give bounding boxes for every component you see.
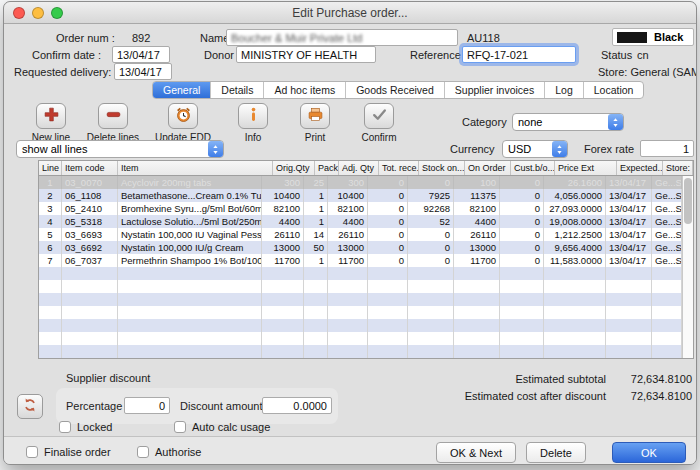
table-cell: 25 [304, 176, 328, 189]
print-button[interactable]: Print [282, 103, 348, 143]
table-row[interactable]: 706_7037Permethrin Shampoo 1% Bot/100ml1… [39, 254, 682, 267]
table-row[interactable]: 206_1108Betamethasone...Cream 0.1% Tube1… [39, 189, 682, 202]
table-row[interactable]: 103_0070Acyclovir 200mg tabs300253000010… [39, 176, 682, 189]
table-cell: 03_0070 [62, 176, 118, 189]
col-expected[interactable]: Expected... [617, 161, 663, 175]
table-cell [500, 306, 544, 319]
table-cell [328, 319, 368, 332]
table-empty-row[interactable] [39, 267, 682, 280]
tab-location[interactable]: Location [584, 82, 644, 98]
info-button[interactable]: Info [220, 103, 286, 143]
tab-general[interactable]: General [153, 82, 211, 98]
table-empty-row[interactable] [39, 293, 682, 306]
delete-lines-button[interactable]: Delete lines [80, 103, 146, 143]
currency-dropdown[interactable]: USD [502, 140, 568, 158]
confirm-date-label: Confirm date : [32, 49, 101, 61]
delete-button[interactable]: Delete [526, 442, 586, 463]
colour-swatch [617, 32, 647, 43]
requested-delivery-input[interactable]: 13/04/17 [114, 63, 172, 80]
col-cust-backorder[interactable]: Cust.b/o... [511, 161, 555, 175]
table-scrollbar[interactable] [682, 176, 693, 358]
scrollbar-thumb[interactable] [684, 178, 692, 224]
name-input[interactable]: Boucher & Muir Private Ltd [226, 29, 458, 46]
table-empty-row[interactable] [39, 280, 682, 293]
colour-dropdown[interactable]: Black [612, 28, 694, 46]
col-tot-received[interactable]: Tot. rece... [379, 161, 419, 175]
table-cell: 13/04/17 [606, 176, 652, 189]
col-item[interactable]: Item [118, 161, 273, 175]
auto-calc-usage-checkbox[interactable]: Auto calc usage [174, 421, 270, 433]
table-cell: 0 [368, 176, 408, 189]
category-label: Category [462, 116, 507, 128]
recalculate-button[interactable] [17, 394, 43, 419]
table-cell [39, 319, 62, 332]
col-stock-on-hand[interactable]: Stock on... [419, 161, 465, 175]
table-cell: 26.1600 [544, 176, 606, 189]
table-cell: 13000 [262, 241, 304, 254]
percentage-input[interactable]: 0 [124, 397, 170, 414]
new-line-button[interactable]: New line [18, 103, 84, 143]
col-item-code[interactable]: Item code [62, 161, 118, 175]
table-cell: 0 [500, 228, 544, 241]
table-cell [544, 345, 606, 358]
stepper-icon [552, 141, 567, 157]
show-lines-dropdown[interactable]: show all lines [16, 140, 224, 158]
table-cell: 0 [500, 202, 544, 215]
table-row[interactable]: 405_5318Lactulose Solutio.../5ml Bot/250… [39, 215, 682, 228]
col-store[interactable]: Store: [663, 161, 693, 175]
table-cell: 0 [500, 254, 544, 267]
table-cell: 4 [39, 215, 62, 228]
table-cell [368, 306, 408, 319]
tab-supplier-invoices[interactable]: Supplier invoices [445, 82, 545, 98]
col-on-order[interactable]: On Order [465, 161, 511, 175]
table-row[interactable]: 603_6692Nystatin 100,000 IU/g Cream13000… [39, 241, 682, 254]
table-row[interactable]: 305_2410Bromhexine Syru...g/5ml Bot/60ml… [39, 202, 682, 215]
table-cell [262, 332, 304, 345]
locked-checkbox[interactable]: Locked [59, 421, 112, 433]
confirm-date-input[interactable]: 13/04/17 [112, 46, 170, 63]
col-adj-qty[interactable]: Adj. Qty [339, 161, 379, 175]
table-cell [328, 345, 368, 358]
table-cell: 0 [408, 254, 454, 267]
col-line[interactable]: Line [39, 161, 62, 175]
table-cell [62, 345, 118, 358]
ok-button[interactable]: OK [612, 442, 686, 463]
table-header: Line Item code Item Orig.Qty Pack Adj. Q… [39, 161, 693, 176]
table-cell [408, 293, 454, 306]
table-cell: 7 [39, 254, 62, 267]
table-cell [118, 332, 262, 345]
col-orig-qty[interactable]: Orig.Qty [273, 161, 315, 175]
ok-next-button[interactable]: OK & Next [436, 442, 516, 463]
table-row[interactable]: 503_6693Nystatin 100,000 IU Vaginal Pess… [39, 228, 682, 241]
table-cell [606, 267, 652, 280]
col-pack[interactable]: Pack [315, 161, 339, 175]
table-cell [544, 319, 606, 332]
table-cell: Nystatin 100,000 IU Vaginal Pessary [118, 228, 262, 241]
authorise-checkbox[interactable]: Authorise [137, 446, 201, 458]
donor-input[interactable]: MINISTRY OF HEALTH [236, 46, 376, 63]
table-empty-row[interactable] [39, 306, 682, 319]
tab-goods-received[interactable]: Goods Received [346, 82, 445, 98]
table-empty-row[interactable] [39, 332, 682, 345]
table-cell [368, 293, 408, 306]
table-empty-row[interactable] [39, 345, 682, 358]
table-cell [262, 306, 304, 319]
table-cell: Betamethasone...Cream 0.1% Tube [118, 189, 262, 202]
col-price-ext[interactable]: Price Ext [555, 161, 617, 175]
table-empty-row[interactable] [39, 319, 682, 332]
finalise-order-checkbox[interactable]: Finalise order [26, 446, 111, 458]
table-cell: 82100 [262, 202, 304, 215]
estimated-cost-after-discount-value: 72,634.8100 [612, 390, 692, 402]
tab-details[interactable]: Details [211, 82, 264, 98]
discount-amount-input[interactable]: 0.0000 [262, 397, 332, 414]
forex-rate-input[interactable]: 1 [640, 140, 694, 157]
category-dropdown[interactable]: none [512, 113, 624, 131]
tab-log[interactable]: Log [545, 82, 584, 98]
table-cell: Nystatin 100,000 IU/g Cream [118, 241, 262, 254]
table-cell: 0 [408, 176, 454, 189]
tab-ad-hoc-items[interactable]: Ad hoc items [264, 82, 346, 98]
confirm-button[interactable]: Confirm [346, 103, 412, 143]
reference-input[interactable]: RFQ-17-021 [462, 46, 576, 63]
update-edd-button[interactable]: Update EDD [150, 103, 216, 143]
printer-icon [307, 106, 324, 127]
